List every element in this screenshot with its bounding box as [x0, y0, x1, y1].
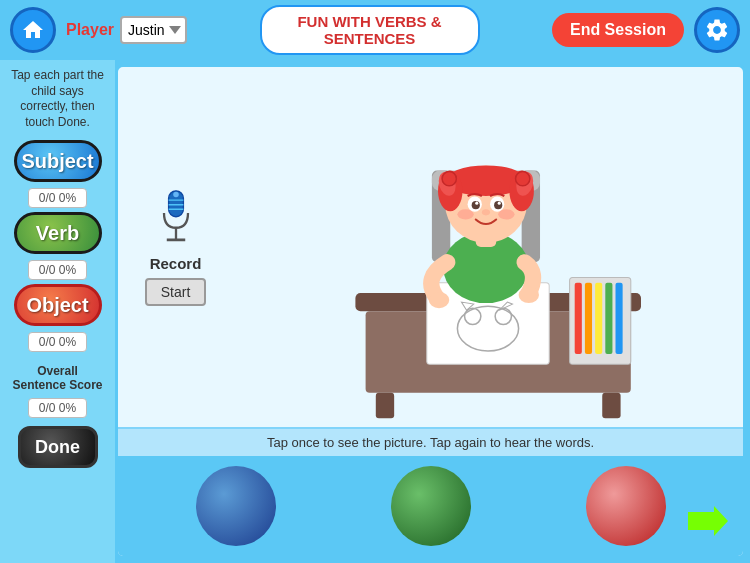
svg-point-29	[519, 287, 539, 303]
main-area: Tap each part the child says correctly, …	[0, 60, 750, 563]
content-area: Record Start	[115, 64, 746, 559]
svg-point-45	[482, 209, 490, 215]
header: Player Justin FUN WITH VERBS & SENTENCES…	[0, 0, 750, 60]
scene-illustration	[233, 67, 743, 427]
overall-label: OverallSentence Score	[12, 364, 102, 392]
settings-button[interactable]	[694, 7, 740, 53]
svg-rect-14	[602, 393, 620, 419]
subject-button[interactable]: Subject	[14, 140, 102, 182]
svg-rect-13	[376, 393, 394, 419]
svg-rect-23	[585, 283, 592, 354]
svg-point-38	[516, 172, 530, 186]
illustration-area	[233, 67, 743, 427]
blue-circle[interactable]	[196, 466, 276, 546]
overall-score: 0/0 0%	[28, 398, 87, 418]
scene-with-record: Record Start	[118, 67, 743, 427]
verb-score: 0/0 0%	[28, 260, 87, 280]
svg-point-43	[475, 202, 478, 205]
microphone-icon	[151, 189, 201, 249]
player-section: Player Justin	[66, 16, 187, 44]
sidebar: Tap each part the child says correctly, …	[0, 60, 115, 563]
svg-point-46	[457, 209, 473, 219]
svg-rect-24	[595, 283, 602, 354]
record-section: Record Start	[118, 67, 233, 427]
svg-rect-22	[575, 283, 582, 354]
home-icon	[21, 18, 45, 42]
object-button[interactable]: Object	[14, 284, 102, 326]
svg-point-44	[498, 202, 501, 205]
green-circle[interactable]	[391, 466, 471, 546]
circles-row	[118, 456, 743, 556]
svg-rect-25	[605, 283, 612, 354]
instruction-text: Tap each part the child says correctly, …	[6, 68, 109, 130]
object-score: 0/0 0%	[28, 332, 87, 352]
end-session-button[interactable]: End Session	[552, 13, 684, 47]
app-title: FUN WITH VERBS & SENTENCES	[260, 5, 480, 55]
svg-point-37	[442, 172, 456, 186]
subject-score: 0/0 0%	[28, 188, 87, 208]
verb-button[interactable]: Verb	[14, 212, 102, 254]
bottom-instruction: Tap once to see the picture. Tap again t…	[118, 427, 743, 456]
svg-point-47	[498, 209, 514, 219]
player-select[interactable]: Justin	[120, 16, 187, 44]
red-circle[interactable]	[586, 466, 666, 546]
player-label: Player	[66, 21, 114, 39]
svg-point-6	[173, 191, 179, 197]
done-button[interactable]: Done	[18, 426, 98, 468]
home-button[interactable]	[10, 7, 56, 53]
record-label: Record	[150, 255, 202, 272]
gear-icon	[704, 17, 730, 43]
svg-rect-26	[616, 283, 623, 354]
start-button[interactable]: Start	[145, 278, 207, 306]
svg-point-28	[429, 292, 449, 308]
next-arrow[interactable]	[688, 506, 728, 536]
